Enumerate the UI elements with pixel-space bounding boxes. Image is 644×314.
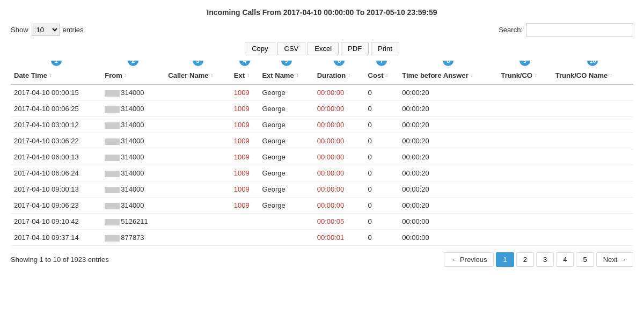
next-button[interactable]: Next → bbox=[596, 252, 633, 267]
cell-duration: 00:00:00 bbox=[314, 101, 365, 117]
cell-ext-name bbox=[259, 214, 313, 230]
table-row: 2017-04-10 00:06:253140001009George00:00… bbox=[11, 101, 633, 117]
cell-cost: 0 bbox=[365, 117, 399, 133]
col-header-trunk/co-name[interactable]: 10Trunk/CO Name↕ bbox=[552, 61, 633, 84]
copy-button[interactable]: Copy bbox=[245, 42, 275, 55]
prev-button[interactable]: ← Previous bbox=[444, 252, 494, 267]
cell-caller-name bbox=[165, 198, 231, 214]
col-header-trunk/co[interactable]: 9Trunk/CO↕ bbox=[497, 61, 552, 84]
cell-ext-name bbox=[259, 230, 313, 246]
col-header-caller-name[interactable]: 3Caller Name↕ bbox=[165, 61, 231, 84]
page-5-button[interactable]: 5 bbox=[576, 252, 594, 267]
col-num-10: 10 bbox=[587, 61, 598, 66]
cell-caller-name bbox=[165, 149, 231, 165]
col-header-cost[interactable]: 7Cost↕ bbox=[365, 61, 399, 84]
cell-cost: 0 bbox=[365, 181, 399, 198]
print-button[interactable]: Print bbox=[371, 42, 399, 55]
cell-ext: 1009 bbox=[231, 149, 259, 165]
cell-caller-name bbox=[165, 181, 231, 198]
cell-duration: 00:00:00 bbox=[314, 149, 365, 165]
cell-date-time: 2017-04-10 09:06:23 bbox=[11, 198, 101, 214]
cell-from: 314000 bbox=[101, 149, 165, 165]
cell-trunk/co bbox=[497, 230, 552, 246]
cell-trunk/co-name bbox=[552, 165, 633, 181]
cell-time-before-answer: 00:00:20 bbox=[399, 101, 497, 117]
cell-ext-name: George bbox=[259, 101, 313, 117]
cell-ext bbox=[231, 214, 259, 230]
page-title: Incoming Calls From 2017-04-10 00:00:00 … bbox=[11, 8, 633, 17]
col-header-date-time[interactable]: 1Date Time↕ bbox=[11, 61, 101, 84]
col-num-1: 1 bbox=[51, 61, 62, 66]
pdf-button[interactable]: PDF bbox=[341, 42, 369, 55]
cell-trunk/co bbox=[497, 214, 552, 230]
calls-table: 1Date Time↕2From↕3Caller Name↕4Ext↕5Ext … bbox=[11, 61, 633, 246]
cell-caller-name bbox=[165, 133, 231, 149]
csv-button[interactable]: CSV bbox=[277, 42, 306, 55]
show-label: Show bbox=[11, 26, 28, 34]
col-label: Trunk/CO Name bbox=[555, 71, 608, 79]
search-input[interactable] bbox=[526, 23, 633, 36]
col-header-ext-name[interactable]: 5Ext Name↕ bbox=[259, 61, 313, 84]
page-3-button[interactable]: 3 bbox=[536, 252, 554, 267]
cell-trunk/co bbox=[497, 117, 552, 133]
cell-time-before-answer: 00:00:20 bbox=[399, 117, 497, 133]
redacted-box bbox=[105, 155, 120, 161]
cell-cost: 0 bbox=[365, 101, 399, 117]
cell-from: 314000 bbox=[101, 101, 165, 117]
cell-date-time: 2017-04-10 06:06:24 bbox=[11, 165, 101, 181]
sort-icon: ↕ bbox=[471, 72, 473, 78]
col-label: Time before Answer bbox=[402, 71, 469, 79]
cell-duration: 00:00:05 bbox=[314, 214, 365, 230]
col-header-ext[interactable]: 4Ext↕ bbox=[231, 61, 259, 84]
col-label: From bbox=[105, 71, 122, 79]
table-row: 2017-04-10 09:10:42512621100:00:05000:00… bbox=[11, 214, 633, 230]
cell-duration: 00:00:00 bbox=[314, 181, 365, 198]
cell-ext: 1009 bbox=[231, 133, 259, 149]
col-num-8: 8 bbox=[443, 61, 453, 66]
cell-cost: 0 bbox=[365, 198, 399, 214]
sort-icon: ↕ bbox=[49, 72, 52, 78]
cell-ext-name: George bbox=[259, 198, 313, 214]
col-header-from[interactable]: 2From↕ bbox=[101, 61, 165, 84]
cell-cost: 0 bbox=[365, 230, 399, 246]
col-header-duration[interactable]: 6Duration↕ bbox=[314, 61, 365, 84]
cell-ext-name: George bbox=[259, 133, 313, 149]
sort-icon: ↕ bbox=[386, 72, 389, 78]
pagination: ← Previous12345Next → bbox=[444, 252, 633, 267]
export-buttons-container: CopyCSVExcelPDFPrint bbox=[11, 42, 633, 55]
col-header-time-before-answer[interactable]: 8Time before Answer↕ bbox=[399, 61, 497, 84]
cell-time-before-answer: 00:00:20 bbox=[399, 198, 497, 214]
cell-duration: 00:00:01 bbox=[314, 230, 365, 246]
cell-cost: 0 bbox=[365, 133, 399, 149]
cell-ext: 1009 bbox=[231, 117, 259, 133]
cell-time-before-answer: 00:00:20 bbox=[399, 84, 497, 101]
page-1-button[interactable]: 1 bbox=[496, 252, 514, 267]
entries-select[interactable]: 102550100 bbox=[32, 24, 60, 36]
cell-date-time: 2017-04-10 00:00:15 bbox=[11, 84, 101, 101]
cell-from: 877873 bbox=[101, 230, 165, 246]
cell-caller-name bbox=[165, 117, 231, 133]
cell-ext: 1009 bbox=[231, 84, 259, 101]
cell-ext: 1009 bbox=[231, 181, 259, 198]
table-row: 2017-04-10 06:06:243140001009George00:00… bbox=[11, 165, 633, 181]
cell-duration: 00:00:00 bbox=[314, 133, 365, 149]
page-2-button[interactable]: 2 bbox=[516, 252, 534, 267]
cell-time-before-answer: 00:00:20 bbox=[399, 165, 497, 181]
redacted-box bbox=[105, 235, 120, 242]
cell-duration: 00:00:00 bbox=[314, 117, 365, 133]
showing-text: Showing 1 to 10 of 1923 entries bbox=[11, 255, 109, 264]
cell-date-time: 2017-04-10 06:00:13 bbox=[11, 149, 101, 165]
excel-button[interactable]: Excel bbox=[308, 42, 339, 55]
col-num-4: 4 bbox=[239, 61, 250, 66]
col-num-9: 9 bbox=[519, 61, 530, 66]
cell-date-time: 2017-04-10 00:06:25 bbox=[11, 101, 101, 117]
cell-ext-name: George bbox=[259, 117, 313, 133]
page-4-button[interactable]: 4 bbox=[556, 252, 574, 267]
entries-label: entries bbox=[63, 26, 84, 34]
cell-ext: 1009 bbox=[231, 165, 259, 181]
sort-icon: ↕ bbox=[348, 72, 350, 78]
col-num-7: 7 bbox=[376, 61, 387, 66]
cell-duration: 00:00:00 bbox=[314, 198, 365, 214]
redacted-box bbox=[105, 171, 120, 177]
cell-date-time: 2017-04-10 03:06:22 bbox=[11, 133, 101, 149]
